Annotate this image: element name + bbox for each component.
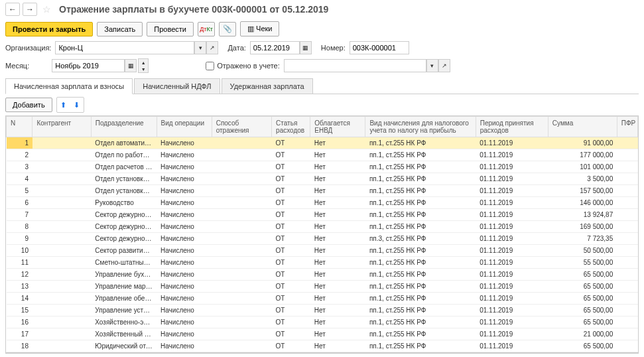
cell-op: Начислено bbox=[157, 257, 212, 269]
cell-tax: пп.1, ст.255 НК РФ bbox=[365, 173, 476, 185]
cell-period: 01.11.2019 bbox=[476, 245, 548, 257]
tab-withheld[interactable]: Удержанная зарплата bbox=[222, 78, 313, 94]
table-row[interactable]: 11Сметно-штатный отделНачисленоОТНетпп.1… bbox=[7, 257, 638, 269]
col-n[interactable]: N bbox=[7, 117, 32, 137]
save-button[interactable]: Записать bbox=[97, 22, 143, 36]
table-row[interactable]: 2Отдел по работе с пе…НачисленоОТНетпп.1… bbox=[7, 149, 638, 161]
cell-n: 7 bbox=[7, 209, 32, 221]
table-row[interactable]: 1Отдел автоматизиров…НачисленоОТНетпп.1,… bbox=[7, 137, 638, 149]
month-down-button[interactable]: ▼ bbox=[139, 66, 148, 72]
month-up-button[interactable]: ▲ bbox=[139, 59, 148, 66]
attach-button[interactable]: 📎 bbox=[219, 22, 236, 36]
table-row[interactable]: 18Юридический отделНачисленоОТНетпп.1, с… bbox=[7, 340, 638, 352]
cell-envd: Нет bbox=[310, 173, 365, 185]
cell-refl bbox=[212, 305, 271, 317]
table-row[interactable]: 10Сектор развития пер…НачисленоОТНетпп.1… bbox=[7, 245, 638, 257]
add-button[interactable]: Добавить bbox=[5, 98, 52, 112]
cell-pfr bbox=[617, 137, 637, 149]
cell-period: 01.11.2019 bbox=[476, 197, 548, 209]
forward-button[interactable]: → bbox=[23, 3, 37, 16]
cell-period: 01.11.2019 bbox=[476, 293, 548, 305]
table-row[interactable]: 6РуководствоНачисленоОТНетпп.1, ст.255 Н… bbox=[7, 197, 638, 209]
col-sum[interactable]: Сумма bbox=[548, 117, 617, 137]
cell-sum: 65 500,00 bbox=[548, 317, 617, 328]
table-row[interactable]: 16Хозяйственно-эксплу…НачисленоОТНетпп.1… bbox=[7, 317, 638, 328]
cell-pfr bbox=[617, 281, 637, 293]
cell-pfr bbox=[617, 221, 637, 233]
cell-tax: пп.1, ст.255 НК РФ bbox=[365, 305, 476, 317]
cell-art: ОТ bbox=[272, 185, 310, 197]
table-row[interactable]: 3Отдел расчетов по о…НачисленоОТНетпп.1,… bbox=[7, 161, 638, 173]
table-row[interactable]: 4Отдел установки и эк…НачисленоОТНетпп.1… bbox=[7, 173, 638, 185]
cell-sum: 21 000,00 bbox=[548, 328, 617, 340]
cell-sum: 13 924,87 bbox=[548, 209, 617, 221]
col-counterparty[interactable]: Контрагент bbox=[32, 117, 91, 137]
cell-op: Начислено bbox=[157, 340, 212, 352]
back-button[interactable]: ← bbox=[5, 3, 20, 16]
cell-period: 01.11.2019 bbox=[476, 173, 548, 185]
cell-n: 14 bbox=[7, 293, 32, 305]
cell-pfr bbox=[617, 257, 637, 269]
table-row[interactable]: 13Управление маркетинг…НачисленоОТНетпп.… bbox=[7, 281, 638, 293]
cell-period: 01.11.2019 bbox=[476, 161, 548, 173]
table-row[interactable]: 12Управление бухгалте…НачисленоОТНетпп.1… bbox=[7, 269, 638, 281]
data-grid[interactable]: N Контрагент Подразделение Вид операции … bbox=[6, 116, 638, 352]
table-row[interactable]: 15Управление установо…НачисленоОТНетпп.1… bbox=[7, 305, 638, 317]
cell-tax: пп.1, ст.255 НК РФ bbox=[365, 221, 476, 233]
move-up-button[interactable]: ⬆ bbox=[57, 98, 70, 112]
col-refl[interactable]: Способ отражения bbox=[212, 117, 271, 137]
reflected-dropdown-button[interactable]: ▾ bbox=[426, 59, 438, 72]
table-row[interactable]: 8Сектор дежурной слу…НачисленоОТНетпп.1,… bbox=[7, 221, 638, 233]
table-row[interactable]: 17Хозяйственный отделНачисленоОТНетпп.1,… bbox=[7, 328, 638, 340]
cell-envd: Нет bbox=[310, 161, 365, 173]
cell-dept: Отдел автоматизиров… bbox=[91, 137, 157, 149]
org-field[interactable] bbox=[55, 41, 194, 54]
cell-envd: Нет bbox=[310, 137, 365, 149]
table-row[interactable]: 14Управление обеспеч…НачисленоОТНетпп.1,… bbox=[7, 293, 638, 305]
cell-refl bbox=[212, 185, 271, 197]
col-tax[interactable]: Вид начисления для налогового учета по н… bbox=[365, 117, 476, 137]
col-article[interactable]: Статья расходов bbox=[272, 117, 310, 137]
reflected-open-button[interactable]: ↗ bbox=[438, 59, 450, 72]
col-pfr[interactable]: ПФР bbox=[617, 117, 637, 137]
favorite-icon[interactable]: ☆ bbox=[40, 4, 54, 15]
reflected-checkbox[interactable] bbox=[206, 62, 214, 70]
cell-tax: пп.1, ст.255 НК РФ bbox=[365, 328, 476, 340]
col-dept[interactable]: Подразделение bbox=[91, 117, 157, 137]
number-field[interactable] bbox=[350, 41, 409, 54]
cell-envd: Нет bbox=[310, 269, 365, 281]
move-down-button[interactable]: ⬇ bbox=[70, 98, 84, 112]
cell-counterparty bbox=[32, 209, 91, 221]
col-period[interactable]: Период принятия расходов bbox=[476, 117, 548, 137]
post-button[interactable]: Провести bbox=[147, 22, 194, 36]
col-envd[interactable]: Облагается ЕНВД bbox=[310, 117, 365, 137]
cell-art: ОТ bbox=[272, 317, 310, 328]
cell-art: ОТ bbox=[272, 197, 310, 209]
date-label: Дата: bbox=[227, 44, 245, 52]
checks-button[interactable]: ▥ Чеки bbox=[240, 21, 279, 36]
cell-op: Начислено bbox=[157, 185, 212, 197]
cell-refl bbox=[212, 233, 271, 245]
tab-ndfl[interactable]: Начисленный НДФЛ bbox=[134, 78, 220, 94]
table-row[interactable]: 9Сектор дежурной слу…НачисленоОТНетпп.3,… bbox=[7, 233, 638, 245]
cell-op: Начислено bbox=[157, 173, 212, 185]
cell-art: ОТ bbox=[272, 340, 310, 352]
tab-accrued-salary[interactable]: Начисленная зарплата и взносы bbox=[5, 78, 133, 94]
month-calendar-button[interactable]: ▦ bbox=[125, 59, 137, 72]
cell-sum: 65 500,00 bbox=[548, 340, 617, 352]
cell-art: ОТ bbox=[272, 137, 310, 149]
cell-op: Начислено bbox=[157, 269, 212, 281]
month-field[interactable] bbox=[52, 59, 125, 72]
org-open-button[interactable]: ↗ bbox=[206, 41, 218, 54]
org-dropdown-button[interactable]: ▾ bbox=[194, 41, 206, 54]
table-row[interactable]: 7Сектор дежурной слу…НачисленоОТНетпп.1,… bbox=[7, 209, 638, 221]
col-op[interactable]: Вид операции bbox=[157, 117, 212, 137]
dt-kt-button[interactable]: ДтКт bbox=[198, 22, 215, 36]
page-title: Отражение зарплаты в бухучете 003К-00000… bbox=[59, 4, 328, 15]
reflected-field[interactable] bbox=[284, 59, 426, 72]
table-row[interactable]: 5Отдел установки и эк…НачисленоОТНетпп.1… bbox=[7, 185, 638, 197]
date-calendar-button[interactable]: ▦ bbox=[300, 41, 312, 54]
cell-counterparty bbox=[32, 317, 91, 328]
date-field[interactable] bbox=[250, 41, 300, 54]
post-close-button[interactable]: Провести и закрыть bbox=[5, 22, 93, 36]
